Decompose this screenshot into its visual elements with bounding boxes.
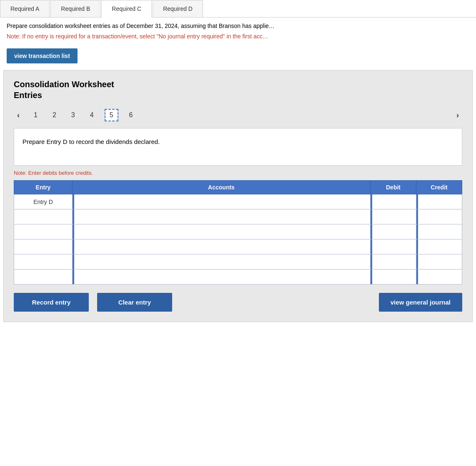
buttons-row: Record entry Clear entry view general jo… xyxy=(14,293,462,312)
credit-cell-0[interactable] xyxy=(416,194,462,209)
credit-cell-1[interactable] xyxy=(416,209,462,224)
account-input-1[interactable] xyxy=(73,209,370,224)
debit-input-4[interactable] xyxy=(371,254,416,269)
page-1[interactable]: 1 xyxy=(30,110,42,121)
worksheet-container: Consolidation Worksheet Entries ‹ 1 2 3 … xyxy=(3,70,473,322)
table-row xyxy=(14,239,462,254)
credit-input-3[interactable] xyxy=(416,239,462,254)
page-6[interactable]: 6 xyxy=(125,110,137,121)
page-5-active[interactable]: 5 xyxy=(105,109,118,121)
entry-label-3 xyxy=(14,239,73,254)
tab-required-a[interactable]: Required A xyxy=(0,0,50,17)
header-note: Note: If no entry is required for a tran… xyxy=(0,32,476,45)
credit-cell-3[interactable] xyxy=(416,239,462,254)
header-description: Prepare consolidation worksheet entries … xyxy=(0,18,476,32)
credit-cell-2[interactable] xyxy=(416,224,462,239)
debit-cell-4[interactable] xyxy=(371,254,416,270)
table-row xyxy=(14,224,462,239)
account-cell-0[interactable] xyxy=(73,194,371,209)
tabs-container: Required A Required B Required C Require… xyxy=(0,0,476,18)
debit-input-2[interactable] xyxy=(371,224,416,239)
table-row xyxy=(14,209,462,224)
col-header-accounts: Accounts xyxy=(73,181,371,194)
worksheet-title: Consolidation Worksheet Entries xyxy=(14,79,462,101)
debit-input-5[interactable] xyxy=(371,270,416,284)
account-input-2[interactable] xyxy=(73,224,370,239)
entry-table: Entry Accounts Debit Credit Entry D xyxy=(14,180,462,285)
debit-cell-3[interactable] xyxy=(371,239,416,254)
table-row: Entry D xyxy=(14,194,462,209)
debit-input-0[interactable] xyxy=(371,194,416,209)
table-row xyxy=(14,254,462,270)
tab-required-c[interactable]: Required C xyxy=(101,0,152,18)
account-cell-5[interactable] xyxy=(73,270,371,285)
col-header-debit: Debit xyxy=(371,181,416,194)
account-input-4[interactable] xyxy=(73,254,370,269)
account-cell-4[interactable] xyxy=(73,254,371,270)
page-3[interactable]: 3 xyxy=(67,110,79,121)
debit-input-3[interactable] xyxy=(371,239,416,254)
tab-required-d[interactable]: Required D xyxy=(153,0,203,17)
credit-cell-4[interactable] xyxy=(416,254,462,270)
view-general-journal-button[interactable]: view general journal xyxy=(379,293,462,312)
entry-label-0: Entry D xyxy=(14,194,73,209)
account-input-3[interactable] xyxy=(73,239,370,254)
credit-cell-5[interactable] xyxy=(416,270,462,285)
debit-input-1[interactable] xyxy=(371,209,416,224)
entry-label-1 xyxy=(14,209,73,224)
credit-input-2[interactable] xyxy=(416,224,462,239)
next-page-button[interactable]: › xyxy=(453,109,462,121)
table-row xyxy=(14,270,462,285)
entry-note: Note: Enter debits before credits. xyxy=(14,170,462,176)
account-cell-2[interactable] xyxy=(73,224,371,239)
entry-description-box: Prepare Entry D to record the dividends … xyxy=(14,128,462,166)
entry-label-4 xyxy=(14,254,73,270)
col-header-credit: Credit xyxy=(416,181,462,194)
debit-cell-0[interactable] xyxy=(371,194,416,209)
col-header-entry: Entry xyxy=(14,181,73,194)
debit-cell-2[interactable] xyxy=(371,224,416,239)
account-cell-1[interactable] xyxy=(73,209,371,224)
record-entry-button[interactable]: Record entry xyxy=(14,293,89,312)
entry-label-2 xyxy=(14,224,73,239)
entry-label-5 xyxy=(14,270,73,285)
account-input-0[interactable] xyxy=(73,194,370,209)
credit-input-0[interactable] xyxy=(416,194,462,209)
account-input-5[interactable] xyxy=(73,270,370,284)
pagination: ‹ 1 2 3 4 5 6 › xyxy=(14,109,462,121)
page-2[interactable]: 2 xyxy=(48,110,60,121)
credit-input-1[interactable] xyxy=(416,209,462,224)
debit-cell-1[interactable] xyxy=(371,209,416,224)
clear-entry-button[interactable]: Clear entry xyxy=(97,293,172,312)
tab-required-b[interactable]: Required B xyxy=(50,0,100,17)
view-transaction-button[interactable]: view transaction list xyxy=(7,48,78,63)
debit-cell-5[interactable] xyxy=(371,270,416,285)
credit-input-4[interactable] xyxy=(416,254,462,269)
page-4[interactable]: 4 xyxy=(86,110,98,121)
prev-page-button[interactable]: ‹ xyxy=(14,109,23,121)
account-cell-3[interactable] xyxy=(73,239,371,254)
credit-input-5[interactable] xyxy=(416,270,462,284)
